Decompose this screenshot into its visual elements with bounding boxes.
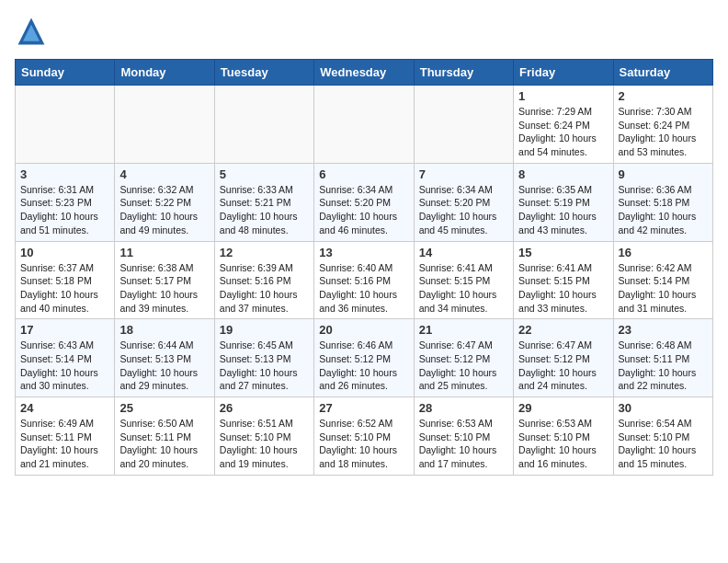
calendar-cell: 9Sunrise: 6:36 AMSunset: 5:18 PMDaylight…: [613, 163, 712, 241]
calendar-cell: [314, 86, 414, 164]
day-number: 27: [319, 401, 408, 415]
calendar-cell: 19Sunrise: 6:45 AMSunset: 5:13 PMDayligh…: [214, 319, 313, 397]
day-number: 10: [20, 246, 109, 259]
day-info: Sunrise: 6:34 AMSunset: 5:20 PMDaylight:…: [419, 183, 508, 237]
weekday-header-thursday: Thursday: [414, 60, 513, 86]
day-info: Sunrise: 6:37 AMSunset: 5:18 PMDaylight:…: [20, 261, 109, 316]
day-info: Sunrise: 6:51 AMSunset: 5:10 PMDaylight:…: [220, 417, 309, 471]
day-info: Sunrise: 6:48 AMSunset: 5:11 PMDaylight:…: [619, 339, 708, 393]
calendar-cell: 26Sunrise: 6:51 AMSunset: 5:10 PMDayligh…: [214, 397, 313, 476]
day-number: 3: [20, 167, 109, 181]
day-number: 2: [619, 89, 708, 103]
calendar-cell: 6Sunrise: 6:34 AMSunset: 5:20 PMDaylight…: [314, 163, 414, 241]
calendar-cell: 28Sunrise: 6:53 AMSunset: 5:10 PMDayligh…: [414, 397, 513, 476]
weekday-header-tuesday: Tuesday: [214, 60, 313, 86]
day-number: 23: [619, 323, 708, 337]
day-number: 13: [319, 246, 408, 259]
day-info: Sunrise: 6:46 AMSunset: 5:12 PMDaylight:…: [319, 339, 408, 393]
calendar-cell: [414, 86, 513, 164]
weekday-header-friday: Friday: [514, 60, 613, 86]
calendar-cell: 1Sunrise: 7:29 AMSunset: 6:24 PMDaylight…: [514, 86, 613, 164]
calendar-cell: 29Sunrise: 6:53 AMSunset: 5:10 PMDayligh…: [514, 397, 613, 476]
day-info: Sunrise: 6:32 AMSunset: 5:22 PMDaylight:…: [119, 183, 209, 237]
calendar-week-row: 3Sunrise: 6:31 AMSunset: 5:23 PMDaylight…: [16, 163, 713, 241]
calendar-cell: [16, 86, 115, 164]
calendar-cell: 12Sunrise: 6:39 AMSunset: 5:16 PMDayligh…: [214, 241, 313, 319]
day-info: Sunrise: 6:36 AMSunset: 5:18 PMDaylight:…: [619, 183, 708, 237]
day-info: Sunrise: 6:31 AMSunset: 5:23 PMDaylight:…: [20, 183, 109, 237]
logo: [15, 15, 53, 48]
calendar-cell: 4Sunrise: 6:32 AMSunset: 5:22 PMDaylight…: [115, 163, 214, 241]
day-info: Sunrise: 6:45 AMSunset: 5:13 PMDaylight:…: [220, 339, 309, 393]
day-info: Sunrise: 6:52 AMSunset: 5:10 PMDaylight:…: [319, 417, 408, 471]
calendar-week-row: 17Sunrise: 6:43 AMSunset: 5:14 PMDayligh…: [16, 319, 713, 397]
calendar-cell: 3Sunrise: 6:31 AMSunset: 5:23 PMDaylight…: [16, 163, 115, 241]
calendar-cell: 2Sunrise: 7:30 AMSunset: 6:24 PMDaylight…: [613, 86, 712, 164]
day-info: Sunrise: 6:47 AMSunset: 5:12 PMDaylight:…: [419, 339, 508, 393]
calendar-cell: [115, 86, 214, 164]
weekday-header-wednesday: Wednesday: [314, 60, 414, 86]
day-number: 30: [619, 401, 708, 415]
calendar-cell: 11Sunrise: 6:38 AMSunset: 5:17 PMDayligh…: [115, 241, 214, 319]
day-info: Sunrise: 6:35 AMSunset: 5:19 PMDaylight:…: [518, 183, 608, 237]
day-number: 19: [220, 323, 309, 337]
calendar-week-row: 24Sunrise: 6:49 AMSunset: 5:11 PMDayligh…: [16, 397, 713, 476]
calendar-cell: 21Sunrise: 6:47 AMSunset: 5:12 PMDayligh…: [414, 319, 513, 397]
day-number: 11: [119, 246, 209, 259]
calendar-cell: 18Sunrise: 6:44 AMSunset: 5:13 PMDayligh…: [115, 319, 214, 397]
calendar-cell: 15Sunrise: 6:41 AMSunset: 5:15 PMDayligh…: [514, 241, 613, 319]
day-number: 8: [518, 167, 608, 181]
day-number: 9: [619, 167, 708, 181]
day-info: Sunrise: 6:41 AMSunset: 5:15 PMDaylight:…: [419, 261, 508, 316]
day-number: 29: [518, 401, 608, 415]
calendar-cell: 8Sunrise: 6:35 AMSunset: 5:19 PMDaylight…: [514, 163, 613, 241]
day-number: 22: [518, 323, 608, 337]
day-info: Sunrise: 6:43 AMSunset: 5:14 PMDaylight:…: [20, 339, 109, 393]
calendar-cell: 5Sunrise: 6:33 AMSunset: 5:21 PMDaylight…: [214, 163, 313, 241]
calendar-week-row: 1Sunrise: 7:29 AMSunset: 6:24 PMDaylight…: [16, 86, 713, 164]
day-number: 4: [119, 167, 209, 181]
day-number: 28: [419, 401, 508, 415]
calendar-cell: 30Sunrise: 6:54 AMSunset: 5:10 PMDayligh…: [613, 397, 712, 476]
day-number: 21: [419, 323, 508, 337]
day-number: 24: [20, 401, 109, 415]
day-number: 20: [319, 323, 408, 337]
calendar-cell: 25Sunrise: 6:50 AMSunset: 5:11 PMDayligh…: [115, 397, 214, 476]
day-number: 16: [619, 246, 708, 259]
day-number: 12: [220, 246, 309, 259]
day-info: Sunrise: 6:34 AMSunset: 5:20 PMDaylight:…: [319, 183, 408, 237]
day-info: Sunrise: 6:53 AMSunset: 5:10 PMDaylight:…: [518, 417, 608, 471]
day-info: Sunrise: 6:33 AMSunset: 5:21 PMDaylight:…: [220, 183, 309, 237]
calendar-cell: 24Sunrise: 6:49 AMSunset: 5:11 PMDayligh…: [16, 397, 115, 476]
page-header: [15, 15, 713, 48]
day-info: Sunrise: 6:50 AMSunset: 5:11 PMDaylight:…: [119, 417, 209, 471]
day-info: Sunrise: 6:49 AMSunset: 5:11 PMDaylight:…: [20, 417, 109, 471]
day-number: 17: [20, 323, 109, 337]
calendar-cell: 23Sunrise: 6:48 AMSunset: 5:11 PMDayligh…: [613, 319, 712, 397]
day-info: Sunrise: 6:42 AMSunset: 5:14 PMDaylight:…: [619, 261, 708, 316]
day-number: 7: [419, 167, 508, 181]
weekday-header-sunday: Sunday: [16, 60, 115, 86]
day-number: 1: [518, 89, 608, 103]
calendar-cell: 27Sunrise: 6:52 AMSunset: 5:10 PMDayligh…: [314, 397, 414, 476]
day-info: Sunrise: 6:54 AMSunset: 5:10 PMDaylight:…: [619, 417, 708, 471]
calendar-cell: 7Sunrise: 6:34 AMSunset: 5:20 PMDaylight…: [414, 163, 513, 241]
day-number: 14: [419, 246, 508, 259]
day-number: 6: [319, 167, 408, 181]
day-info: Sunrise: 6:53 AMSunset: 5:10 PMDaylight:…: [419, 417, 508, 471]
calendar-cell: 13Sunrise: 6:40 AMSunset: 5:16 PMDayligh…: [314, 241, 414, 319]
day-number: 25: [119, 401, 209, 415]
day-info: Sunrise: 7:29 AMSunset: 6:24 PMDaylight:…: [518, 105, 608, 159]
day-info: Sunrise: 6:40 AMSunset: 5:16 PMDaylight:…: [319, 261, 408, 316]
calendar-table: SundayMondayTuesdayWednesdayThursdayFrid…: [15, 59, 713, 476]
calendar-cell: 20Sunrise: 6:46 AMSunset: 5:12 PMDayligh…: [314, 319, 414, 397]
weekday-header-saturday: Saturday: [613, 60, 712, 86]
calendar-cell: [214, 86, 313, 164]
calendar-cell: 22Sunrise: 6:47 AMSunset: 5:12 PMDayligh…: [514, 319, 613, 397]
day-number: 18: [119, 323, 209, 337]
calendar-cell: 17Sunrise: 6:43 AMSunset: 5:14 PMDayligh…: [16, 319, 115, 397]
calendar-cell: 16Sunrise: 6:42 AMSunset: 5:14 PMDayligh…: [613, 241, 712, 319]
weekday-header-row: SundayMondayTuesdayWednesdayThursdayFrid…: [16, 60, 713, 86]
day-info: Sunrise: 6:38 AMSunset: 5:17 PMDaylight:…: [119, 261, 209, 316]
day-info: Sunrise: 7:30 AMSunset: 6:24 PMDaylight:…: [619, 105, 708, 159]
